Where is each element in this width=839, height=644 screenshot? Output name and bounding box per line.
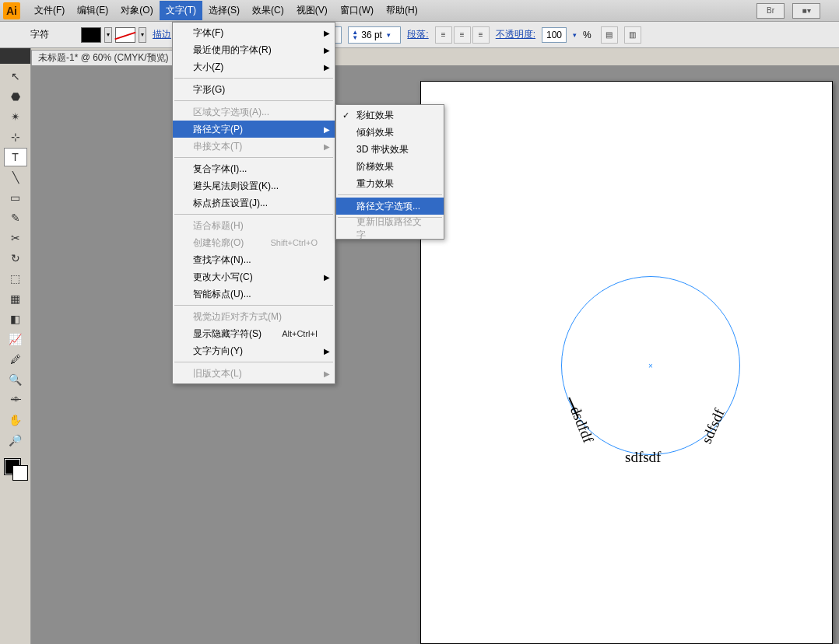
mesh-tool[interactable]: ▦: [4, 289, 27, 308]
document-tab[interactable]: 未标题-1* @ 60% (CMYK/预览) ×: [31, 50, 183, 65]
options-bar: 字符 ▾ ▾ 描边 符: Adobe 宋体 Std L▾ -▾ ▲▼36 pt▾…: [0, 22, 839, 48]
app-logo: Ai: [3, 2, 20, 19]
menu-help[interactable]: 帮助(H): [380, 1, 424, 20]
type-menu-dropdown: 字体(F)▶最近使用的字体(R)▶大小(Z)▶字形(G)区域文字选项(A)...…: [172, 22, 335, 384]
align-left-button[interactable]: ≡: [435, 26, 452, 44]
menu-shortcut: Shift+Ctrl+O: [270, 238, 318, 247]
bridge-button[interactable]: Br: [757, 3, 785, 19]
preferences-button[interactable]: ▥: [624, 26, 641, 44]
selection-tool[interactable]: ↖: [4, 67, 27, 86]
tools-panel: ↖ ⬣ ✴ ⊹ T ╲ ▭ ✎ ✂ ↻ ⬚ ▦ ◧ 📈 🖉 🔍 ⬲ ✋ 🔎: [0, 48, 31, 644]
paragraph-link[interactable]: 段落:: [407, 28, 428, 41]
line-tool[interactable]: ╲: [4, 168, 27, 187]
menu-item-label: 重力效果: [356, 177, 394, 191]
menu-item-label: 路径文字(P): [193, 123, 243, 136]
menu-item-label: 最近使用的字体(R): [193, 44, 272, 57]
type-menu-item[interactable]: 字体(F)▶: [173, 24, 335, 41]
path-text-submenu-item[interactable]: 路径文字选项...: [336, 198, 444, 215]
menu-separator: [174, 100, 333, 101]
menu-file[interactable]: 文件(F): [28, 1, 71, 20]
path-text-submenu-item[interactable]: ✓彩虹效果: [336, 107, 444, 124]
type-on-path-submenu: ✓彩虹效果倾斜效果3D 带状效果阶梯效果重力效果路径文字选项...更新旧版路径文…: [335, 104, 444, 240]
menu-item-label: 文字方向(Y): [193, 345, 243, 358]
menu-effect[interactable]: 效果(C): [246, 1, 290, 20]
pen-tool[interactable]: ⊹: [4, 128, 27, 146]
type-menu-item: 区域文字选项(A)...: [173, 103, 335, 121]
type-menu-item[interactable]: 路径文字(P)▶: [173, 121, 335, 138]
type-menu-item[interactable]: 避头尾法则设置(K)...: [173, 177, 335, 194]
type-menu-item[interactable]: 显示隐藏字符(S)Alt+Ctrl+I: [173, 325, 335, 342]
fill-swatch[interactable]: [81, 27, 101, 43]
submenu-arrow-icon: ▶: [324, 63, 330, 72]
type-menu-item[interactable]: 文字方向(Y)▶: [173, 342, 335, 359]
slice-tool[interactable]: ⬲: [4, 390, 27, 409]
menu-select[interactable]: 选择(S): [202, 1, 246, 20]
type-menu-item[interactable]: 最近使用的字体(R)▶: [173, 41, 335, 58]
type-tool[interactable]: T: [4, 148, 27, 166]
check-icon: ✓: [342, 110, 349, 121]
menu-separator: [338, 194, 442, 195]
type-menu-item: 适合标题(H): [173, 217, 335, 234]
path-text-submenu-item[interactable]: 阶梯效果: [336, 158, 444, 175]
path-text-submenu-item[interactable]: 3D 带状效果: [336, 141, 444, 158]
align-right-button[interactable]: ≡: [472, 26, 490, 44]
color-swatches[interactable]: [3, 457, 28, 481]
menu-window[interactable]: 窗口(W): [334, 1, 380, 20]
menu-separator: [174, 214, 333, 215]
paintbrush-tool[interactable]: ✎: [4, 208, 27, 227]
opacity-input[interactable]: [542, 27, 567, 43]
menu-item-label: 大小(Z): [193, 61, 223, 74]
opacity-label[interactable]: 不透明度:: [496, 28, 535, 41]
graph-tool[interactable]: 📈: [4, 330, 27, 348]
direct-selection-tool[interactable]: ⬣: [4, 87, 27, 106]
type-menu-item[interactable]: 更改大小写(C)▶: [173, 268, 335, 285]
gradient-tool[interactable]: ◧: [4, 310, 27, 328]
menu-item-label: 路径文字选项...: [356, 200, 420, 213]
menu-item-label: 字形(G): [193, 83, 225, 96]
menu-view[interactable]: 视图(V): [290, 1, 334, 20]
workspace-switcher[interactable]: ■▾: [792, 3, 820, 19]
menu-object[interactable]: 对象(O): [114, 1, 159, 20]
stroke-link[interactable]: 描边: [153, 28, 171, 41]
rotate-tool[interactable]: ↻: [4, 249, 27, 268]
type-menu-item[interactable]: 字形(G): [173, 81, 335, 98]
menu-item-label: 适合标题(H): [193, 219, 244, 233]
type-menu-item[interactable]: 标点挤压设置(J)...: [173, 194, 335, 212]
stepper-icon[interactable]: ▲▼: [352, 30, 358, 40]
submenu-arrow-icon: ▶: [324, 142, 330, 151]
path-text-submenu-item: 更新旧版路径文字: [336, 220, 444, 237]
menu-separator: [174, 362, 333, 362]
path-text-submenu-item[interactable]: 重力效果: [336, 175, 444, 192]
menu-edit[interactable]: 编辑(E): [71, 1, 114, 20]
blend-tool[interactable]: 🖉: [4, 350, 27, 369]
menu-type[interactable]: 文字(T): [160, 1, 202, 20]
type-menu-item[interactable]: 智能标点(U)...: [173, 285, 335, 303]
type-on-path-2[interactable]: sdfsdf: [625, 449, 661, 466]
font-size-combo[interactable]: ▲▼36 pt▾: [348, 26, 401, 44]
fill-dropdown[interactable]: ▾: [104, 27, 112, 43]
hand-tool[interactable]: ✋: [4, 411, 27, 429]
magic-wand-tool[interactable]: ✴: [4, 107, 27, 126]
artboard[interactable]: × dsdfdf sdfsdf sdfsdf: [420, 81, 833, 644]
stroke-dropdown[interactable]: ▾: [139, 27, 146, 43]
menu-item-label: 更新旧版路径文字: [356, 215, 427, 242]
stroke-swatch[interactable]: [115, 27, 135, 43]
paragraph-align-group: ≡ ≡ ≡: [435, 26, 490, 44]
menu-item-label: 查找字体(N)...: [193, 254, 251, 267]
options-context-label: 字符: [5, 28, 75, 41]
zoom-tool[interactable]: 🔎: [4, 431, 27, 450]
type-menu-item[interactable]: 复合字体(I)...: [173, 160, 335, 177]
align-center-button[interactable]: ≡: [454, 26, 471, 44]
type-menu-item[interactable]: 查找字体(N)...: [173, 251, 335, 268]
submenu-arrow-icon: ▶: [324, 369, 330, 378]
menu-item-label: 3D 带状效果: [356, 143, 409, 156]
path-text-submenu-item[interactable]: 倾斜效果: [336, 124, 444, 141]
scissors-tool[interactable]: ✂: [4, 229, 27, 247]
eyedropper-tool[interactable]: 🔍: [4, 370, 27, 389]
warp-tool[interactable]: ⬚: [4, 269, 27, 288]
chevron-down-icon[interactable]: ▾: [573, 31, 577, 39]
type-menu-item[interactable]: 大小(Z)▶: [173, 58, 335, 75]
doc-setup-button[interactable]: ▤: [601, 26, 618, 44]
menu-separator: [174, 157, 333, 158]
rectangle-tool[interactable]: ▭: [4, 188, 27, 207]
